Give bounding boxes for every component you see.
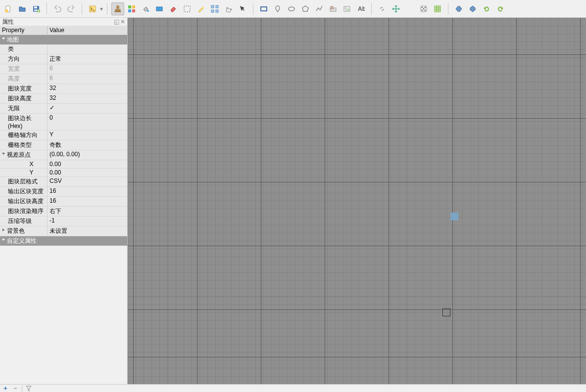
- property-row[interactable]: 方向正常: [0, 54, 127, 64]
- cursor-outline: [442, 308, 450, 316]
- properties-panel: 属性 ◱ ✕ Property Value 地图 类方向正常宽度6高度6图块宽度…: [0, 18, 128, 384]
- svg-point-32: [425, 9, 426, 10]
- property-row[interactable]: 输出区块高度16: [0, 197, 127, 207]
- group-custom[interactable]: 自定义属性: [0, 236, 127, 246]
- insert-ellipse-button[interactable]: [285, 2, 298, 15]
- panel-close-icon[interactable]: ✕: [120, 18, 125, 26]
- insert-rectangle-button[interactable]: [257, 2, 270, 15]
- insert-polyline-button[interactable]: [313, 2, 326, 15]
- svg-rect-9: [128, 9, 131, 12]
- svg-rect-12: [156, 7, 162, 11]
- stamp-tool-button[interactable]: [111, 2, 124, 15]
- property-row[interactable]: 图块渲染顺序右下: [0, 207, 127, 217]
- svg-rect-7: [128, 5, 131, 8]
- tileset-button[interactable]: [431, 2, 444, 15]
- selected-tile: [450, 213, 458, 220]
- group-map[interactable]: 地图: [0, 35, 127, 44]
- pointer-tool-button[interactable]: [236, 2, 249, 15]
- flip-h-button[interactable]: [452, 2, 465, 15]
- property-row[interactable]: 栅格轴方向Y: [0, 131, 127, 140]
- value-col-header: Value: [48, 26, 127, 35]
- property-row[interactable]: 压缩等级-1: [0, 217, 127, 226]
- svg-point-21: [289, 7, 294, 11]
- property-row[interactable]: 类: [0, 44, 127, 54]
- edit-poly-button[interactable]: [222, 2, 235, 15]
- svg-rect-8: [132, 5, 135, 8]
- svg-point-19: [231, 8, 232, 10]
- property-row[interactable]: 图块边长 (Hex)0: [0, 114, 127, 131]
- rect-select-button[interactable]: [181, 2, 194, 15]
- link-button[interactable]: [376, 2, 389, 15]
- property-row[interactable]: 栅格类型奇数: [0, 140, 127, 150]
- svg-rect-20: [261, 7, 267, 11]
- property-row[interactable]: 视差原点(0.00, 0.00): [0, 150, 127, 160]
- panel-title-bar: 属性 ◱ ✕: [0, 18, 127, 26]
- eraser-tool-button[interactable]: [167, 2, 180, 15]
- insert-polygon-button[interactable]: [299, 2, 312, 15]
- svg-rect-3: [34, 6, 37, 8]
- property-body: 地图 类方向正常宽度6高度6图块宽度32图块高度32无限✓图块边长 (Hex)0…: [0, 35, 127, 246]
- svg-point-28: [422, 6, 423, 7]
- svg-rect-10: [132, 9, 135, 12]
- panel-title: 属性: [2, 18, 14, 26]
- add-property-button[interactable]: ＋: [2, 385, 9, 392]
- svg-rect-17: [216, 10, 218, 12]
- filter-button[interactable]: [25, 385, 32, 392]
- svg-point-18: [227, 7, 228, 8]
- svg-rect-25: [345, 7, 346, 9]
- svg-point-31: [422, 9, 423, 10]
- property-row[interactable]: 高度6: [0, 74, 127, 84]
- svg-point-11: [147, 10, 149, 12]
- random-button[interactable]: [417, 2, 430, 15]
- property-row[interactable]: 输出区块宽度16: [0, 187, 127, 197]
- bucket-tool-button[interactable]: [139, 2, 152, 15]
- select-same-button[interactable]: [208, 2, 221, 15]
- svg-rect-33: [435, 6, 440, 12]
- property-col-header: Property: [0, 26, 48, 35]
- svg-rect-23: [331, 6, 333, 9]
- statusbar: ＋ －: [0, 384, 586, 392]
- svg-point-29: [425, 6, 426, 7]
- command-button[interactable]: [86, 2, 99, 15]
- open-file-button[interactable]: [16, 2, 29, 15]
- svg-point-30: [423, 8, 424, 9]
- property-row[interactable]: 图块层格式CSV: [0, 177, 127, 187]
- property-row[interactable]: 图块宽度32: [0, 84, 127, 94]
- redo-button[interactable]: [65, 2, 78, 15]
- remove-property-button[interactable]: －: [12, 385, 19, 392]
- new-file-button[interactable]: [2, 2, 15, 15]
- property-row[interactable]: Y0.00: [0, 169, 127, 177]
- property-row[interactable]: 宽度6: [0, 64, 127, 74]
- flip-v-button[interactable]: [466, 2, 479, 15]
- terrain-tool-button[interactable]: [125, 2, 138, 15]
- shape-fill-button[interactable]: [153, 2, 166, 15]
- insert-point-button[interactable]: [271, 2, 284, 15]
- map-canvas[interactable]: [128, 18, 586, 384]
- panel-float-icon[interactable]: ◱: [114, 18, 119, 26]
- insert-tile-button[interactable]: [327, 2, 340, 15]
- svg-text:Abc: Abc: [358, 5, 365, 12]
- move-button[interactable]: [390, 2, 402, 15]
- svg-rect-14: [211, 5, 214, 8]
- property-row[interactable]: 背景色未设置: [0, 226, 127, 236]
- undo-button[interactable]: [51, 2, 64, 15]
- property-row[interactable]: 图块高度32: [0, 94, 127, 104]
- main-toolbar: ▾ Abc: [0, 0, 586, 18]
- svg-rect-15: [216, 5, 218, 8]
- svg-rect-13: [184, 6, 190, 12]
- svg-rect-16: [211, 10, 214, 12]
- insert-text-button[interactable]: Abc: [354, 2, 367, 15]
- property-row[interactable]: 无限✓: [0, 104, 127, 114]
- property-row[interactable]: X0.00: [0, 160, 127, 169]
- save-file-button[interactable]: [30, 2, 43, 15]
- insert-template-button[interactable]: [341, 2, 353, 15]
- property-header: Property Value: [0, 26, 127, 35]
- rotate-cw-button[interactable]: [494, 2, 507, 15]
- rotate-ccw-button[interactable]: [480, 2, 493, 15]
- magic-wand-button[interactable]: [195, 2, 207, 15]
